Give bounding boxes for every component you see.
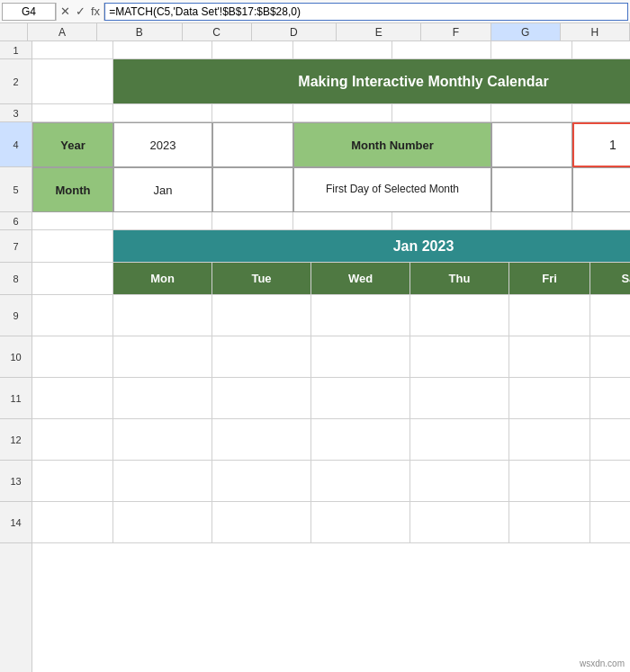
cal-cell-9-2[interactable] bbox=[212, 295, 311, 336]
cal-cell-11-3[interactable] bbox=[311, 378, 410, 419]
row-header-12[interactable]: 12 bbox=[0, 419, 32, 461]
cell-a7[interactable] bbox=[32, 230, 113, 263]
row-header-9[interactable]: 9 bbox=[0, 295, 32, 336]
month-value-cell[interactable]: Jan bbox=[113, 167, 212, 212]
cell-c5[interactable] bbox=[212, 167, 293, 212]
cell-a2[interactable] bbox=[32, 59, 113, 104]
cell-a6[interactable] bbox=[32, 212, 113, 230]
cal-cell-12-3[interactable] bbox=[311, 419, 410, 461]
cell-f6[interactable] bbox=[491, 212, 572, 230]
cal-cell-14-5[interactable] bbox=[509, 502, 590, 543]
col-header-e[interactable]: E bbox=[337, 23, 421, 40]
cal-cell-10-4[interactable] bbox=[410, 336, 509, 378]
cal-cell-12-2[interactable] bbox=[212, 419, 311, 461]
cal-cell-9-1[interactable] bbox=[113, 295, 212, 336]
function-icon[interactable]: fx bbox=[91, 4, 100, 18]
cal-cell-12-5[interactable] bbox=[509, 419, 590, 461]
cell-e6[interactable] bbox=[392, 212, 491, 230]
cal-cell-10-1[interactable] bbox=[113, 336, 212, 378]
cell-a9[interactable] bbox=[32, 295, 113, 336]
cal-cell-12-6[interactable] bbox=[590, 419, 630, 461]
cell-g3[interactable] bbox=[572, 104, 630, 122]
cell-d3[interactable] bbox=[293, 104, 392, 122]
row-header-13[interactable]: 13 bbox=[0, 461, 32, 502]
cell-g6[interactable] bbox=[572, 212, 630, 230]
row-header-10[interactable]: 10 bbox=[0, 336, 32, 378]
cal-cell-12-4[interactable] bbox=[410, 419, 509, 461]
cell-reference-box[interactable]: G4 bbox=[2, 3, 56, 21]
cell-a12[interactable] bbox=[32, 419, 113, 461]
cancel-icon[interactable]: ✕ bbox=[60, 4, 70, 18]
cal-cell-10-6[interactable] bbox=[590, 336, 630, 378]
col-header-a[interactable]: A bbox=[28, 23, 97, 40]
cell-a1[interactable] bbox=[32, 41, 113, 59]
col-header-d[interactable]: D bbox=[252, 23, 337, 40]
cell-f4[interactable] bbox=[491, 122, 572, 167]
cal-cell-11-2[interactable] bbox=[212, 378, 311, 419]
cell-g1[interactable] bbox=[572, 41, 630, 59]
col-header-g[interactable]: G bbox=[491, 23, 561, 40]
cell-f3[interactable] bbox=[491, 104, 572, 122]
cal-cell-9-6[interactable] bbox=[590, 295, 630, 336]
cell-b1[interactable] bbox=[113, 41, 212, 59]
cell-e3[interactable] bbox=[392, 104, 491, 122]
confirm-icon[interactable]: ✓ bbox=[76, 4, 86, 18]
row-header-14[interactable]: 14 bbox=[0, 502, 32, 543]
cal-cell-11-6[interactable] bbox=[590, 378, 630, 419]
cell-d1[interactable] bbox=[293, 41, 392, 59]
cal-cell-9-3[interactable] bbox=[311, 295, 410, 336]
row-header-2[interactable]: 2 bbox=[0, 59, 32, 104]
row-header-11[interactable]: 11 bbox=[0, 378, 32, 419]
cell-c3[interactable] bbox=[212, 104, 293, 122]
col-header-c[interactable]: C bbox=[183, 23, 252, 40]
cal-cell-13-2[interactable] bbox=[212, 461, 311, 502]
col-header-b[interactable]: B bbox=[97, 23, 182, 40]
cell-b6[interactable] bbox=[113, 212, 212, 230]
cell-c6[interactable] bbox=[212, 212, 293, 230]
cal-cell-13-6[interactable] bbox=[590, 461, 630, 502]
cell-a3[interactable] bbox=[32, 104, 113, 122]
formula-input[interactable] bbox=[104, 3, 628, 21]
cell-a11[interactable] bbox=[32, 378, 113, 419]
cal-cell-14-2[interactable] bbox=[212, 502, 311, 543]
cell-f1[interactable] bbox=[491, 41, 572, 59]
cal-cell-13-4[interactable] bbox=[410, 461, 509, 502]
cal-cell-11-4[interactable] bbox=[410, 378, 509, 419]
cal-cell-12-1[interactable] bbox=[113, 419, 212, 461]
row-header-6[interactable]: 6 bbox=[0, 212, 32, 230]
cell-g5[interactable] bbox=[572, 167, 630, 212]
col-header-h[interactable]: H bbox=[561, 23, 630, 40]
cal-cell-14-6[interactable] bbox=[590, 502, 630, 543]
col-header-f[interactable]: F bbox=[421, 23, 490, 40]
cell-a14[interactable] bbox=[32, 502, 113, 543]
row-header-7[interactable]: 7 bbox=[0, 230, 32, 263]
cal-cell-10-3[interactable] bbox=[311, 336, 410, 378]
cal-cell-11-5[interactable] bbox=[509, 378, 590, 419]
cell-c1[interactable] bbox=[212, 41, 293, 59]
cal-cell-9-5[interactable] bbox=[509, 295, 590, 336]
row-header-8[interactable]: 8 bbox=[0, 263, 32, 295]
row-header-1[interactable]: 1 bbox=[0, 41, 32, 59]
row-header-5[interactable]: 5 bbox=[0, 167, 32, 212]
cal-cell-11-1[interactable] bbox=[113, 378, 212, 419]
cell-e1[interactable] bbox=[392, 41, 491, 59]
cell-d6[interactable] bbox=[293, 212, 392, 230]
cal-cell-14-3[interactable] bbox=[311, 502, 410, 543]
cal-cell-10-2[interactable] bbox=[212, 336, 311, 378]
cal-cell-13-5[interactable] bbox=[509, 461, 590, 502]
month-number-value-cell[interactable]: 1 ◄ bbox=[572, 122, 630, 167]
cell-b3[interactable] bbox=[113, 104, 212, 122]
cal-cell-14-1[interactable] bbox=[113, 502, 212, 543]
year-value-cell[interactable]: 2023 bbox=[113, 122, 212, 167]
cell-f5[interactable] bbox=[491, 167, 572, 212]
cal-cell-13-3[interactable] bbox=[311, 461, 410, 502]
cal-cell-14-4[interactable] bbox=[410, 502, 509, 543]
cal-cell-13-1[interactable] bbox=[113, 461, 212, 502]
cal-cell-9-4[interactable] bbox=[410, 295, 509, 336]
cell-a10[interactable] bbox=[32, 336, 113, 378]
row-header-4[interactable]: 4 bbox=[0, 122, 32, 167]
cell-a13[interactable] bbox=[32, 461, 113, 502]
cell-c4[interactable] bbox=[212, 122, 293, 167]
cal-cell-10-5[interactable] bbox=[509, 336, 590, 378]
cell-a8[interactable] bbox=[32, 263, 113, 295]
